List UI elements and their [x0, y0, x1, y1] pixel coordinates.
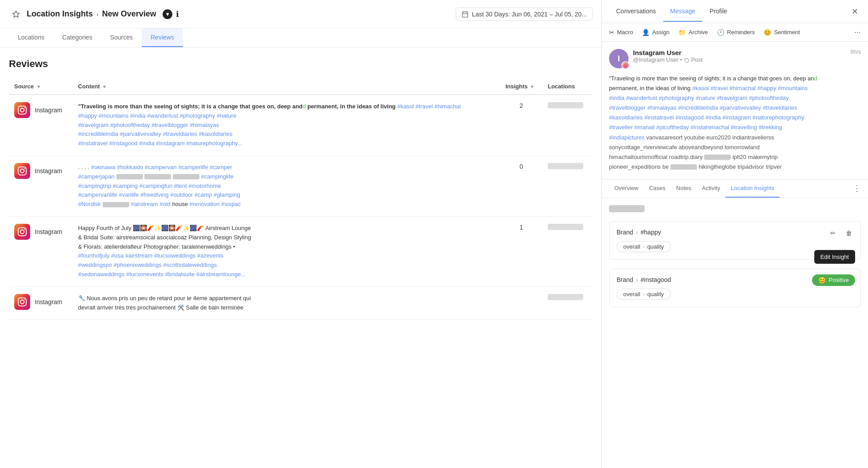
insight-card-actions: ✏ 🗑 — [827, 227, 855, 239]
info-icon[interactable]: ℹ — [176, 9, 179, 19]
reminders-label: Reminders — [727, 29, 755, 36]
tab-categories[interactable]: Categories — [53, 28, 101, 47]
blurred-text — [144, 174, 171, 179]
user-name: Instagram User — [633, 49, 851, 56]
right-header: Conversations Message Profile ✕ — [602, 0, 868, 23]
content-sort-icon[interactable]: ▾ — [103, 84, 106, 90]
insights-header-blurred — [609, 205, 645, 212]
date-range[interactable]: Last 30 Days: Jun 06, 2021 – Jul 05, 20.… — [456, 8, 593, 21]
instagram-icon — [14, 163, 30, 179]
content-area: Reviews Source ▾ Content ▾ Insights ▾ — [0, 48, 601, 468]
tab-conversations[interactable]: Conversations — [609, 1, 663, 22]
smile-icon: 😊 — [818, 277, 826, 284]
source-name: Instagram — [35, 107, 62, 114]
tab-reviews[interactable]: Reviews — [142, 28, 183, 47]
star-button[interactable] — [9, 7, 23, 21]
insights-section: ✏ 🗑 Brand › #happy Edit Insight overall … — [602, 198, 868, 468]
user-handle: @Instagram User • Post — [633, 56, 851, 63]
breadcrumb-separator: › — [96, 11, 99, 18]
sentiment-icon: 😊 — [764, 29, 771, 36]
source-sort-icon[interactable]: ▾ — [37, 84, 40, 90]
archive-icon: 📁 — [678, 29, 686, 36]
svg-marker-0 — [13, 11, 20, 17]
right-panel: Conversations Message Profile ✕ ✂ Macro … — [601, 0, 868, 468]
insights-sort-icon[interactable]: ▾ — [531, 84, 534, 90]
source-cell: Instagram — [14, 294, 68, 310]
location-value — [548, 224, 583, 230]
col-content: Content ▾ — [73, 79, 500, 95]
edit-icon-button[interactable]: ✏ — [827, 227, 839, 239]
archive-label: Archive — [689, 29, 708, 36]
col-source: Source ▾ — [9, 79, 73, 95]
header: Location Insights › New Overview ▾ ℹ Las… — [0, 0, 601, 28]
reviews-table: Source ▾ Content ▾ Insights ▾ Locations — [9, 79, 593, 320]
source-cell: Instagram — [14, 102, 68, 118]
location-value — [548, 102, 583, 108]
avatar-badge — [621, 61, 629, 69]
edit-insight-button[interactable]: Edit Insight — [814, 250, 855, 264]
timestamp: 6hrs — [851, 49, 861, 55]
post-header: I Instagram User @Instagram User • Post … — [609, 49, 861, 68]
post-text: "Traveling is more than the seeing of si… — [609, 74, 861, 172]
col-insights: Insights ▾ — [500, 79, 542, 95]
blurred-text — [670, 164, 697, 170]
detail-tab-activity[interactable]: Activity — [697, 179, 725, 198]
breadcrumb-subtitle: New Overview — [102, 9, 156, 19]
reminders-action[interactable]: 🕐 Reminders — [717, 29, 755, 36]
close-button[interactable]: ✕ — [848, 5, 861, 18]
insight-tag: overall › quality — [617, 241, 671, 252]
breadcrumb: Location Insights › New Overview ▾ — [27, 9, 172, 19]
detail-tab-overview[interactable]: Overview — [609, 179, 644, 198]
user-info: Instagram User @Instagram User • Post — [633, 49, 851, 63]
breadcrumb-dropdown[interactable]: ▾ — [163, 9, 172, 19]
source-name: Instagram — [35, 228, 62, 235]
source-name: Instagram — [35, 298, 62, 305]
blurred-text — [116, 174, 143, 179]
macro-icon: ✂ — [609, 29, 614, 36]
content-text: "Traveling is more than the seeing of si… — [78, 102, 495, 148]
location-value — [548, 294, 583, 300]
blurred-text — [704, 155, 731, 160]
instagram-icon — [14, 102, 30, 118]
calendar-icon — [462, 11, 469, 18]
tab-message[interactable]: Message — [663, 1, 703, 22]
more-actions-button[interactable]: ··· — [854, 28, 861, 37]
reminders-icon: 🕐 — [717, 29, 725, 36]
delete-icon-button[interactable]: 🗑 — [843, 227, 855, 239]
tab-sources[interactable]: Sources — [101, 28, 142, 47]
content-text: . . . . #okinawa #hokkaido #campervan #c… — [78, 163, 495, 209]
insights-count: 2 — [506, 102, 537, 109]
insights-count: 0 — [506, 163, 537, 170]
insight-card: 😊 Positive Brand › #instagood overall › … — [609, 269, 861, 307]
sentiment-action[interactable]: 😊 Sentiment — [764, 29, 800, 36]
detail-tab-location-insights[interactable]: Location Insights — [725, 179, 780, 198]
post-area: I Instagram User @Instagram User • Post … — [602, 42, 868, 179]
insight-card: ✏ 🗑 Brand › #happy Edit Insight overall … — [609, 221, 861, 260]
macro-label: Macro — [617, 29, 633, 36]
source-cell: Instagram — [14, 224, 68, 240]
table-row: Instagram "Traveling is more than the se… — [9, 95, 593, 155]
assign-icon: 👤 — [642, 29, 649, 36]
date-range-text: Last 30 Days: Jun 06, 2021 – Jul 05, 20.… — [472, 11, 587, 18]
refresh-icon — [684, 57, 689, 63]
sentiment-label: Sentiment — [774, 29, 800, 36]
tab-locations[interactable]: Locations — [9, 28, 53, 47]
content-text: Happy Fourth of July 🎆🎇🧨✨🎆🎇🧨✨🎆🧨 Airstrea… — [78, 224, 495, 279]
blurred-text — [103, 202, 129, 207]
assign-action[interactable]: 👤 Assign — [642, 29, 669, 36]
col-locations: Locations — [542, 79, 593, 95]
location-value — [548, 163, 583, 169]
instagram-icon — [14, 224, 30, 240]
positive-badge: 😊 Positive — [812, 274, 855, 286]
table-row: Instagram Happy Fourth of July 🎆🎇🧨✨🎆🎇🧨✨🎆… — [9, 216, 593, 286]
assign-label: Assign — [652, 29, 669, 36]
detail-tab-notes[interactable]: Notes — [671, 179, 697, 198]
tab-profile[interactable]: Profile — [702, 1, 734, 22]
detail-tab-cases[interactable]: Cases — [644, 179, 671, 198]
detail-tab-more-button[interactable]: ⋮ — [853, 183, 861, 193]
macro-action[interactable]: ✂ Macro — [609, 29, 633, 36]
insight-tags: overall › quality — [617, 289, 853, 300]
blurred-text — [173, 174, 199, 179]
svg-rect-1 — [462, 12, 468, 17]
archive-action[interactable]: 📁 Archive — [678, 29, 708, 36]
